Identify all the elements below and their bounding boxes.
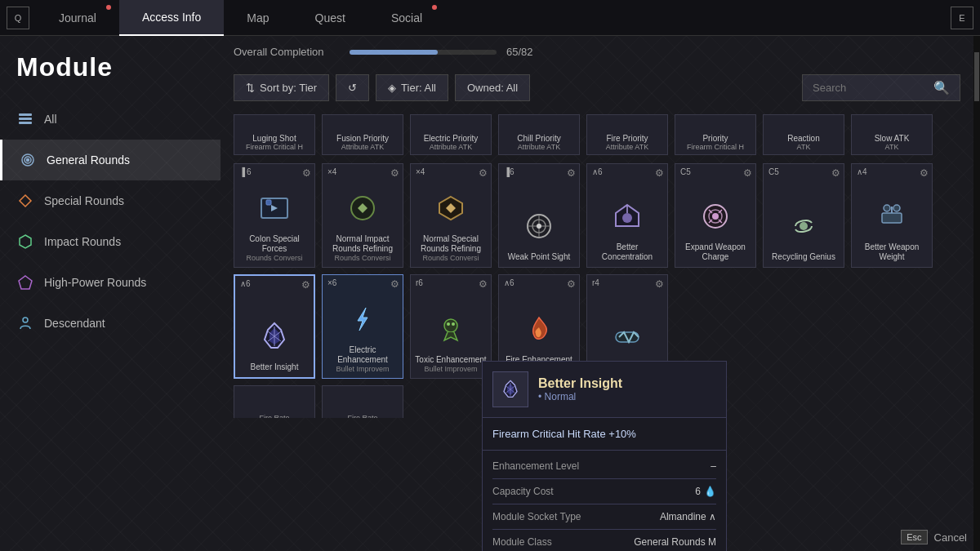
hexagon-icon (16, 233, 34, 251)
partial-card-6[interactable]: Priority Firearm Critical H (675, 114, 756, 155)
module-colon-special[interactable]: ▐6 ⚙ Colon Special Forces Rounds Convers… (234, 163, 315, 268)
page-title: Module (0, 52, 220, 99)
owned-filter[interactable]: Owned: All (455, 74, 530, 101)
module-icon (340, 185, 385, 231)
sort-icon: ⇅ (246, 82, 255, 94)
sidebar-item-general[interactable]: General Rounds (0, 140, 220, 180)
sidebar-item-highpower[interactable]: High-Power Rounds (0, 262, 220, 303)
tooltip-stat-capacity: Capacity Cost 6 💧 (492, 482, 716, 500)
partial-card-4[interactable]: Chill Priority Attribute ATK (498, 114, 580, 155)
divider (492, 529, 716, 530)
esc-key[interactable]: Esc (901, 530, 927, 544)
svg-rect-2 (19, 122, 32, 124)
tooltip-title-area: Better Insight • Normal (538, 376, 622, 402)
svg-point-18 (537, 224, 541, 229)
partial-card-3[interactable]: Electric Priority Attribute ATK (410, 114, 492, 155)
tier-filter-button[interactable]: ◈ Tier: All (376, 74, 448, 101)
settings-icon[interactable]: ⚙ (567, 278, 576, 290)
module-expand-charge[interactable]: C5 ⚙ Expand Weapon Charge (675, 163, 756, 268)
partial-bottom-1[interactable]: Fire Rate (234, 385, 315, 418)
settings-icon[interactable]: ⚙ (655, 278, 664, 290)
settings-icon[interactable]: ⚙ (479, 167, 488, 179)
tier-filter-icon: ◈ (388, 82, 396, 94)
nav-journal[interactable]: Journal (36, 0, 119, 36)
stat-value: Almandine ∧ (660, 511, 716, 522)
svg-point-27 (884, 205, 890, 211)
settings-icon[interactable]: ⚙ (390, 278, 399, 290)
module-recycling-genius[interactable]: C5 ⚙ Recycling Genius (763, 163, 844, 268)
module-toxic-enhancement[interactable]: r6 ⚙ Toxic Enhancement Bullet Improvem (410, 274, 492, 379)
scrollbar[interactable] (973, 36, 980, 551)
settings-icon[interactable]: ⚙ (743, 167, 752, 179)
search-input[interactable] (813, 82, 927, 94)
nav-access-info[interactable]: Access Info (119, 0, 224, 36)
sidebar-item-highpower-label: High-Power Rounds (44, 276, 146, 289)
module-icon (693, 193, 738, 239)
sidebar-item-descendant[interactable]: Descendant (0, 303, 220, 344)
module-icon (340, 296, 385, 342)
sidebar-item-all[interactable]: All (0, 99, 220, 140)
module-better-concentration[interactable]: ∧6 ⚙ Better Concentration (586, 163, 668, 268)
sidebar-item-impact-label: Impact Rounds (44, 235, 121, 248)
stat-value: General Rounds M (634, 536, 716, 548)
social-notification-dot (432, 5, 437, 10)
scrollbar-thumb[interactable] (974, 52, 979, 101)
partial-card-2[interactable]: Fusion Priority Attribute ATK (322, 114, 403, 155)
stat-label: Module Socket Type (492, 511, 581, 522)
settings-icon[interactable]: ⚙ (567, 167, 576, 179)
filter-bar: ⇅ Sort by: Tier ↺ ◈ Tier: All Owned: All… (220, 68, 973, 108)
svg-point-23 (712, 213, 719, 220)
module-normal-impact[interactable]: ×4 ⚙ Normal Impact Rounds Refining Round… (322, 163, 403, 268)
module-weak-point[interactable]: ▐6 ⚙ Weak Point Sight (498, 163, 580, 268)
settings-icon[interactable]: ⚙ (301, 279, 310, 291)
svg-point-35 (447, 322, 450, 326)
cancel-label: Cancel (934, 531, 967, 544)
partial-card-5[interactable]: Fire Priority Attribute ATK (586, 114, 668, 155)
svg-point-36 (452, 322, 455, 326)
partial-card-7[interactable]: Reaction ATK (763, 114, 844, 155)
tooltip-stat-socket: Module Socket Type Almandine ∧ (492, 508, 716, 526)
completion-fill (350, 50, 438, 55)
module-tooltip: Better Insight • Normal Firearm Critical… (482, 361, 727, 551)
sort-label: Sort by: Tier (260, 82, 317, 94)
tooltip-title: Better Insight (538, 376, 622, 391)
settings-icon[interactable]: ⚙ (479, 278, 488, 290)
nav-quest[interactable]: Quest (292, 0, 368, 36)
person-icon (16, 314, 34, 332)
nav-social[interactable]: Social (368, 0, 445, 36)
svg-rect-11 (266, 200, 271, 205)
drop-icon: 💧 (704, 486, 716, 497)
nav-key-left: Q (7, 7, 29, 29)
tooltip-module-icon (492, 371, 528, 407)
partial-bottom-2[interactable]: Fire Rate (322, 385, 403, 418)
divider (492, 504, 716, 504)
settings-icon[interactable]: ⚙ (655, 167, 664, 179)
settings-icon[interactable]: ⚙ (302, 167, 311, 179)
module-icon (604, 314, 650, 360)
module-grid: Luging Shot Firearm Critical H Fusion Pr… (220, 108, 973, 551)
module-better-insight[interactable]: ∧6 ⚙ Better Insight (234, 274, 315, 379)
top-navigation: Q Journal Access Info Map Quest Social E (0, 0, 980, 36)
search-icon: 🔍 (933, 80, 950, 96)
module-better-weapon-weight[interactable]: ∧4 ⚙ Better Weapon Weight (851, 163, 933, 268)
reset-filter-button[interactable]: ↺ (336, 74, 369, 101)
partial-top-row: Luging Shot Firearm Critical H Fusion Pr… (234, 114, 960, 157)
stat-value: 6 💧 (695, 486, 716, 497)
settings-icon[interactable]: ⚙ (920, 167, 929, 179)
settings-icon[interactable]: ⚙ (831, 167, 840, 179)
partial-card-1[interactable]: Luging Shot Firearm Critical H (234, 114, 315, 155)
module-electric-enhancement[interactable]: ×6 ⚙ Electric Enhancement Bullet Improve… (322, 274, 403, 379)
gem-icon (16, 273, 34, 291)
sort-button[interactable]: ⇅ Sort by: Tier (234, 74, 329, 101)
sidebar-item-impact[interactable]: Impact Rounds (0, 221, 220, 262)
module-icon (428, 306, 474, 352)
tooltip-stat-class: Module Class General Rounds M (492, 533, 716, 551)
module-normal-special[interactable]: ×4 ⚙ Normal Special Rounds Refining Roun… (410, 163, 492, 268)
partial-card-8[interactable]: Slow ATK ATK (851, 114, 933, 155)
main-layout: Module All General Rounds (0, 36, 980, 551)
sidebar-item-special[interactable]: Special Rounds (0, 180, 220, 221)
tooltip-stats: Enhancement Level – Capacity Cost 6 💧 Mo… (483, 451, 726, 551)
settings-icon[interactable]: ⚙ (390, 167, 399, 179)
sidebar: Module All General Rounds (0, 36, 220, 551)
nav-map[interactable]: Map (224, 0, 292, 36)
